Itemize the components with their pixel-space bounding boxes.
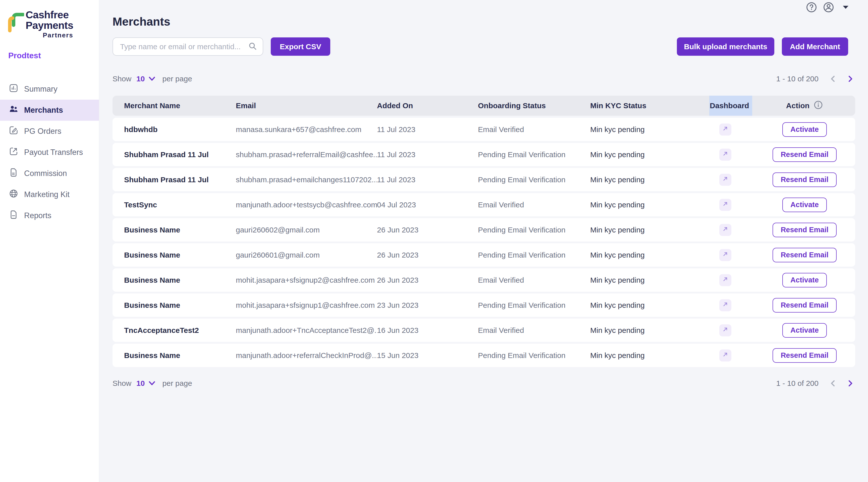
open-dashboard-button[interactable] <box>719 124 732 135</box>
open-dashboard-button[interactable] <box>719 299 732 311</box>
cell-dashboard <box>709 174 770 186</box>
bulk-upload-merchants-button[interactable]: Bulk upload merchants <box>677 37 774 56</box>
open-dashboard-button[interactable] <box>719 274 732 286</box>
cell-merchant-name: TncAcceptanceTest2 <box>124 326 236 335</box>
page-size-select[interactable]: 10 <box>136 74 145 83</box>
cell-min-kyc-status: Min kyc pending <box>590 251 709 259</box>
cell-added-on: 26 Jun 2023 <box>377 251 478 259</box>
cell-min-kyc-status: Min kyc pending <box>590 125 709 134</box>
column-onboarding-status: Onboarding Status <box>478 96 590 116</box>
cell-email: shubham.prasad+emailchanges1107202... <box>236 175 377 184</box>
action-button[interactable]: Activate <box>782 323 827 338</box>
edit-square-icon <box>8 125 19 137</box>
table-row: Business Name manjunath.adoor+referralCh… <box>113 344 855 367</box>
cell-merchant-name: Business Name <box>124 301 236 310</box>
cell-email: mohit.jasapara+sfsignup2@cashfree.com <box>236 276 377 284</box>
arrow-up-right-icon <box>721 351 729 360</box>
cell-added-on: 23 Jun 2023 <box>377 301 478 310</box>
cell-email: manjunath.adoor+TncAcceptanceTest2@... <box>236 326 377 335</box>
table-row: Business Name gauri260601@gmail.com 26 J… <box>113 243 855 267</box>
account-icon[interactable] <box>823 1 834 13</box>
cell-min-kyc-status: Min kyc pending <box>590 276 709 284</box>
cell-onboarding-status: Email Verified <box>478 326 590 335</box>
cell-action: Resend Email <box>770 298 855 313</box>
chevron-down-icon[interactable] <box>148 379 156 388</box>
globe-icon <box>8 189 19 201</box>
cell-min-kyc-status: Min kyc pending <box>590 201 709 209</box>
next-page-button[interactable] <box>845 74 855 84</box>
action-button[interactable]: Resend Email <box>773 147 836 162</box>
sidebar-item-pg-orders[interactable]: PG Orders <box>0 121 99 142</box>
cell-email: manasa.sunkara+657@cashfree.com <box>236 125 377 134</box>
open-dashboard-button[interactable] <box>719 199 732 211</box>
sidebar-item-marketing-kit[interactable]: Marketing Kit <box>0 184 99 205</box>
sidebar-item-label: Marketing Kit <box>24 190 69 199</box>
info-icon[interactable] <box>813 100 823 111</box>
action-button[interactable]: Activate <box>782 198 827 212</box>
sidebar-item-label: PG Orders <box>24 127 61 136</box>
cell-onboarding-status: Pending Email Verification <box>478 251 590 259</box>
show-label: Show <box>113 379 131 388</box>
open-dashboard-button[interactable] <box>719 224 732 236</box>
sidebar-item-label: Summary <box>24 85 58 94</box>
page-size-select[interactable]: 10 <box>136 379 145 388</box>
search-box <box>113 37 263 56</box>
sidebar-item-summary[interactable]: Summary <box>0 78 99 100</box>
table-body: hdbwhdb manasa.sunkara+657@cashfree.com … <box>113 118 855 367</box>
cell-dashboard <box>709 249 770 261</box>
export-csv-button[interactable]: Export CSV <box>271 37 330 56</box>
arrow-up-right-icon <box>721 276 729 285</box>
column-dashboard: Dashboard <box>709 96 770 116</box>
sidebar-item-payout-transfers[interactable]: Payout Transfers <box>0 142 99 163</box>
sidebar-item-label: Payout Transfers <box>24 148 83 157</box>
sidebar-item-reports[interactable]: Reports <box>0 205 99 226</box>
action-button[interactable]: Resend Email <box>773 172 836 187</box>
cell-onboarding-status: Pending Email Verification <box>478 175 590 184</box>
cell-merchant-name: Business Name <box>124 251 236 259</box>
cell-action: Resend Email <box>770 348 855 363</box>
search-input[interactable] <box>120 42 248 51</box>
cell-dashboard <box>709 124 770 135</box>
cell-merchant-name: Shubham Prasad 11 Jul <box>124 150 236 159</box>
table-row: Shubham Prasad 11 Jul shubham.prasad+ref… <box>113 143 855 166</box>
chevron-down-icon[interactable] <box>148 74 156 83</box>
cell-email: gauri260601@gmail.com <box>236 251 377 259</box>
arrow-out-square-icon <box>8 147 19 158</box>
sidebar-item-merchants[interactable]: Merchants <box>0 100 99 121</box>
cell-email: shubham.prasad+referralEmail@cashfee... <box>236 150 377 159</box>
next-page-button[interactable] <box>845 378 855 388</box>
cell-email: manjunath.adoor+referralCheckInProd@... <box>236 351 377 360</box>
caret-down-icon[interactable] <box>840 1 851 13</box>
column-action: Action <box>770 96 855 116</box>
action-button[interactable]: Resend Email <box>773 248 836 262</box>
arrow-up-right-icon <box>721 150 729 159</box>
brand-line2: Payments <box>26 20 73 31</box>
magnifier-icon[interactable] <box>248 42 257 52</box>
action-button[interactable]: Activate <box>782 122 827 137</box>
help-icon[interactable] <box>806 1 817 13</box>
action-button[interactable]: Resend Email <box>773 223 836 237</box>
action-button[interactable]: Activate <box>782 273 827 287</box>
open-dashboard-button[interactable] <box>719 149 732 161</box>
open-dashboard-button[interactable] <box>719 349 732 361</box>
open-dashboard-button[interactable] <box>719 174 732 186</box>
open-dashboard-button[interactable] <box>719 249 732 261</box>
cell-merchant-name: Shubham Prasad 11 Jul <box>124 175 236 184</box>
cell-added-on: 11 Jul 2023 <box>377 175 478 184</box>
per-page-label: per page <box>162 74 192 83</box>
prev-page-button[interactable] <box>828 74 838 84</box>
table-row: TncAcceptanceTest2 manjunath.adoor+TncAc… <box>113 319 855 342</box>
cell-email: gauri260602@gmail.com <box>236 226 377 234</box>
open-dashboard-button[interactable] <box>719 324 732 336</box>
action-button[interactable]: Resend Email <box>773 298 836 313</box>
cell-dashboard <box>709 299 770 311</box>
action-button[interactable]: Resend Email <box>773 348 836 363</box>
sidebar-item-commission[interactable]: Commission <box>0 163 99 184</box>
cell-merchant-name: Business Name <box>124 226 236 234</box>
cell-action: Resend Email <box>770 172 855 187</box>
add-merchant-button[interactable]: Add Merchant <box>782 37 848 56</box>
cell-dashboard <box>709 149 770 161</box>
cell-added-on: 26 Jun 2023 <box>377 276 478 284</box>
show-label: Show <box>113 74 131 83</box>
prev-page-button[interactable] <box>828 378 838 388</box>
